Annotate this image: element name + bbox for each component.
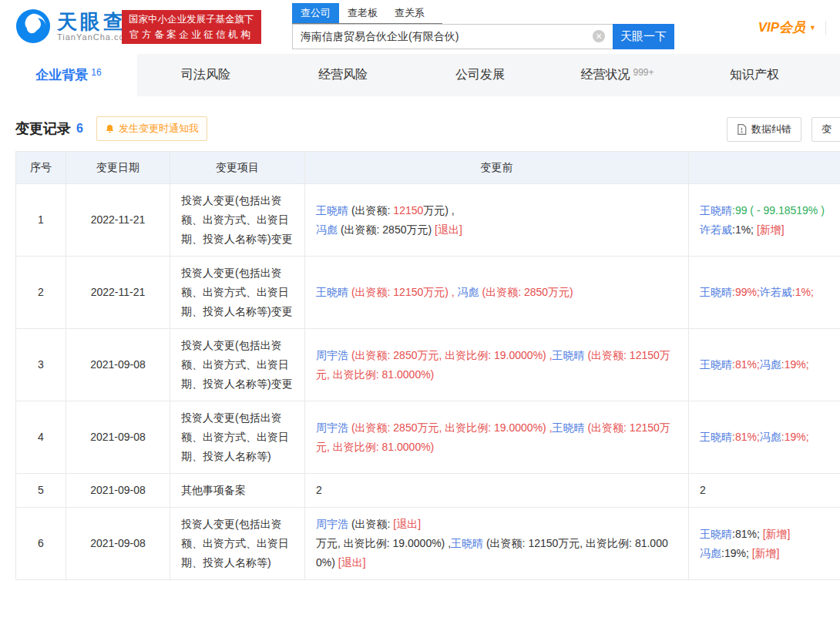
table-row: 42021-09-08投资人变更(包括出资额、出资方式、出资日期、投资人名称等)… — [16, 401, 840, 474]
nav-tab-intellectual-property[interactable]: 知识产权 — [686, 54, 823, 96]
change-date: 2021-09-08 — [66, 474, 170, 508]
person-link[interactable]: 冯彪 — [316, 223, 338, 236]
gov-certification-badge: 国家中小企业发展子基金旗下 官方备案企业征信机构 — [122, 10, 261, 44]
change-before: 周宇浩 (出资额: [退出]万元, 出资比例: 19.0000%) ,王晓晴 (… — [305, 508, 689, 580]
chevron-down-icon: ▼ — [809, 24, 816, 32]
nav-tab-company-development[interactable]: 公司发展 — [412, 54, 549, 96]
person-link[interactable]: 王晓晴 — [316, 204, 348, 216]
search-button[interactable]: 天眼一下 — [613, 24, 674, 49]
vip-menu[interactable]: VIP会员 ▼ — [758, 18, 826, 36]
search-area: 查公司 查老板 查关系 ✕ 天眼一下 — [292, 3, 674, 49]
person-link[interactable]: 冯彪 — [760, 358, 781, 371]
table-row: 32021-09-08投资人变更(包括出资额、出资方式、出资日期、投资人名称等)… — [16, 329, 840, 401]
badge-line2: 官方备案企业征信机构 — [129, 27, 254, 42]
change-before: 周宇浩 (出资额: 2850万元, 出资比例: 19.0000%) ,王晓晴 (… — [305, 329, 689, 401]
text-segment: [新增] — [752, 547, 780, 559]
nav-tab-operating-status[interactable]: 经营状况 999+ — [549, 54, 686, 96]
person-link[interactable]: 周宇浩 — [316, 421, 348, 434]
text-segment: (出资额: 2850万元, 出资比例: 19.0000%) , — [348, 349, 553, 361]
change-before: 2 — [305, 474, 689, 508]
file-alert-icon — [737, 124, 747, 135]
text-segment: :19%; — [721, 547, 752, 559]
vip-label: VIP会员 — [758, 18, 805, 36]
text-segment: 2 — [700, 484, 706, 496]
table-row: 22022-11-21投资人变更(包括出资额、出资方式、出资日期、投资人名称等)… — [16, 257, 840, 329]
person-link[interactable]: 周宇浩 — [316, 518, 348, 530]
text-segment: (出资额: 2850万元, 出资比例: 19.0000%) , — [348, 421, 553, 434]
row-index: 2 — [16, 257, 66, 329]
badge-line1: 国家中小企业发展子基金旗下 — [129, 12, 254, 27]
change-before: 周宇浩 (出资额: 2850万元, 出资比例: 19.0000%) ,王晓晴 (… — [305, 401, 689, 474]
section-count-badge: 6 — [76, 122, 83, 136]
change-date: 2022-11-21 — [66, 184, 170, 257]
person-link[interactable]: 王晓晴 — [553, 349, 585, 361]
change-item: 投资人变更(包括出资额、出资方式、出资日期、投资人名称等)变更 — [170, 257, 305, 329]
search-input[interactable] — [292, 24, 613, 49]
person-link[interactable]: 王晓晴 — [700, 286, 732, 298]
col-header-index: 序号 — [16, 152, 66, 184]
nav-tab-judicial-risk[interactable]: 司法风险 — [137, 54, 274, 96]
text-segment: (出资额: — [348, 204, 393, 216]
row-index: 3 — [16, 329, 66, 401]
change-date: 2022-11-21 — [66, 257, 170, 329]
search-tabs: 查公司 查老板 查关系 — [292, 3, 442, 24]
tianyancha-logo[interactable]: 天眼查 TianYanCha.com — [15, 8, 133, 44]
search-tab-boss[interactable]: 查老板 — [339, 3, 386, 23]
person-link[interactable]: 周宇浩 — [316, 349, 348, 361]
nav-tab-operating-risk[interactable]: 经营风险 — [274, 54, 412, 96]
notify-on-change-button[interactable]: 发生变更时通知我 — [96, 116, 207, 141]
person-link[interactable]: 王晓晴 — [700, 358, 732, 371]
text-segment: [退出] — [435, 223, 462, 236]
change-after: 王晓晴:99%;许若威:1%; — [689, 257, 840, 329]
section-title: 变更记录 — [15, 119, 71, 138]
truncated-right-button[interactable]: 变 — [811, 117, 840, 142]
text-segment: (出资额: 12150万元) , — [348, 286, 458, 298]
person-link[interactable]: 许若威 — [700, 223, 732, 236]
person-link[interactable]: 王晓晴 — [451, 537, 483, 549]
clear-search-icon[interactable]: ✕ — [593, 30, 605, 42]
change-before: 王晓晴 (出资额: 12150万元) ,冯彪 (出资额: 2850万元) [退出… — [305, 184, 689, 257]
person-link[interactable]: 冯彪 — [760, 431, 781, 443]
text-segment: (出资额: — [348, 518, 393, 530]
change-after: 王晓晴:81%;冯彪:19%; — [689, 329, 840, 401]
change-after: 2 — [689, 474, 840, 508]
row-index: 4 — [16, 401, 66, 474]
table-body: 12022-11-21投资人变更(包括出资额、出资方式、出资日期、投资人名称等)… — [16, 184, 840, 580]
text-segment: (出资额: 2850万元) — [338, 223, 435, 236]
search-tab-relation[interactable]: 查关系 — [386, 3, 433, 23]
person-link[interactable]: 王晓晴 — [700, 431, 732, 443]
text-segment: [退出] — [393, 518, 421, 530]
text-segment: [退出] — [338, 556, 366, 569]
change-after: 王晓晴:99 ( - 99.18519% )许若威:1%; [新增] — [689, 184, 840, 257]
change-before: 王晓晴 (出资额: 12150万元) , 冯彪 (出资额: 2850万元) — [305, 257, 689, 329]
change-after: 王晓晴:81%; [新增]冯彪:19%; [新增] — [689, 508, 840, 580]
tianyancha-logo-icon — [15, 8, 51, 44]
search-tab-company[interactable]: 查公司 — [292, 3, 339, 23]
change-item: 投资人变更(包括出资额、出资方式、出资日期、投资人名称等)变更 — [170, 184, 305, 257]
data-correction-button[interactable]: 数据纠错 — [727, 117, 801, 142]
divider — [825, 21, 826, 35]
row-index: 6 — [16, 508, 66, 580]
person-link[interactable]: 王晓晴 — [700, 204, 732, 216]
tab-count-badge: 16 — [91, 67, 101, 78]
row-index: 5 — [16, 474, 66, 508]
text-segment: :99%; — [732, 286, 760, 298]
change-date: 2021-09-08 — [66, 329, 170, 401]
person-link[interactable]: 王晓晴 — [316, 286, 348, 298]
text-segment: 万元) , — [423, 204, 454, 216]
col-header-before: 变更前 — [305, 152, 689, 184]
person-link[interactable]: 冯彪 — [700, 547, 721, 559]
text-segment: [新增] — [757, 223, 785, 236]
text-segment: 2 — [316, 484, 322, 496]
person-link[interactable]: 冯彪 — [458, 286, 479, 298]
text-segment: :81%; — [732, 528, 763, 540]
text-segment: 万元, 出资比例: 19.0000%) , — [316, 537, 451, 549]
nav-tab-background[interactable]: 企业背景 16 — [0, 54, 137, 96]
text-segment: :81%; — [732, 358, 760, 371]
change-item: 其他事项备案 — [170, 474, 305, 508]
person-link[interactable]: 许若威 — [760, 286, 792, 298]
change-item: 投资人变更(包括出资额、出资方式、出资日期、投资人名称等) — [170, 401, 305, 474]
person-link[interactable]: 王晓晴 — [700, 528, 732, 540]
person-link[interactable]: 王晓晴 — [553, 421, 585, 434]
change-date: 2021-09-08 — [66, 401, 170, 474]
